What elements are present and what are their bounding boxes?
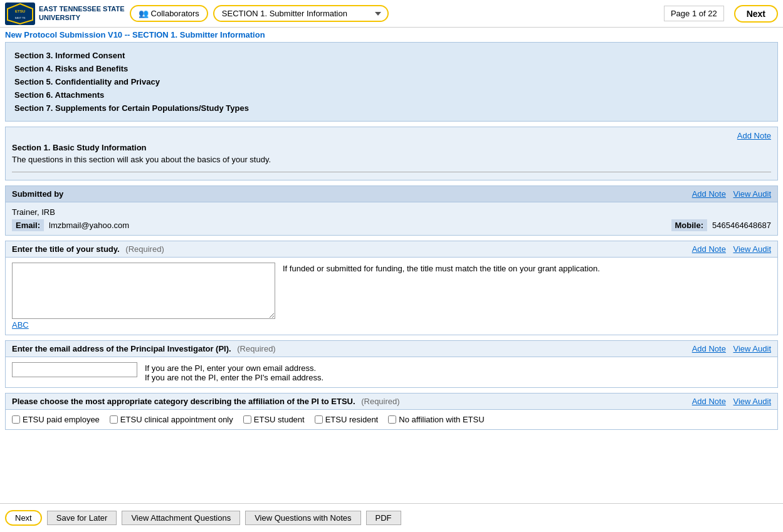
next-button-top[interactable]: Next [734, 5, 778, 23]
affiliation-label-student: ETSU student [254, 415, 305, 424]
pi-hint2: If you are not the PI, enter the PI's em… [145, 373, 771, 382]
section1-add-note[interactable]: Add Note [737, 131, 771, 140]
toc-item: Section 7. Supplements for Certain Popul… [14, 102, 769, 115]
affiliation-required: (Required) [361, 397, 399, 406]
pi-email-hints: If you are the PI, enter your own email … [145, 362, 771, 382]
affiliation-checkbox-resident[interactable] [315, 415, 323, 424]
affiliation-label-clinical: ETSU clinical appointment only [120, 415, 233, 424]
section1-panel: Add Note Section 1. Basic Study Informat… [5, 127, 778, 180]
affiliation-label-resident: ETSU resident [325, 415, 379, 424]
mobile-value: 5465464648687 [712, 221, 771, 230]
affiliation-option-clinical[interactable]: ETSU clinical appointment only [110, 415, 233, 424]
email-label: Email: [12, 219, 44, 231]
toc-item: Section 4. Risks and Benefits [14, 62, 769, 75]
affiliation-view-audit[interactable]: View Audit [733, 397, 771, 406]
email-value: lmzbmail@yahoo.com [49, 221, 129, 230]
submitted-header: Submitted by Add Note View Audit [6, 186, 777, 202]
affiliation-option-paid[interactable]: ETSU paid employee [12, 415, 100, 424]
study-title-body: ABC If funded or submitted for funding, … [6, 258, 777, 335]
affiliation-checkbox-paid[interactable] [12, 415, 20, 424]
collaborators-button[interactable]: 👥 Collaborators [130, 5, 208, 22]
page-indicator: Page 1 of 22 [664, 6, 724, 21]
affiliation-label-none: No affiliation with ETSU [399, 415, 484, 424]
affiliation-option-none[interactable]: No affiliation with ETSU [388, 415, 484, 424]
affiliation-checkbox-student[interactable] [243, 415, 251, 424]
affiliation-checkbox-none[interactable] [388, 415, 396, 424]
submitted-body: Trainer, IRB Email: lmzbmail@yahoo.com M… [6, 202, 777, 235]
affiliation-header: Please choose the most appropriate categ… [6, 394, 777, 410]
trainer-name: Trainer, IRB [12, 206, 771, 219]
affiliation-checkbox-clinical[interactable] [110, 415, 118, 424]
pi-email-header: Enter the email address of the Principal… [6, 341, 777, 357]
submitted-fields-row: Email: lmzbmail@yahoo.com Mobile: 546546… [12, 219, 771, 231]
section1-header: Add Note [6, 127, 777, 143]
spell-check-icon[interactable]: ABC [12, 320, 29, 330]
section1-title: Section 1. Basic Study Information [12, 143, 771, 152]
submitted-panel: Submitted by Add Note View Audit Trainer… [5, 185, 778, 236]
submitted-label: Submitted by [12, 189, 63, 199]
toc-item: Section 5. Confidentiality and Privacy [14, 75, 769, 88]
section1-description: The questions in this section will ask y… [12, 155, 771, 164]
svg-text:EAST TN: EAST TN [15, 16, 26, 19]
pi-email-add-note[interactable]: Add Note [692, 344, 726, 353]
header: ETSU EAST TN EAST TENNESSEE STATEUNIVERS… [0, 0, 783, 28]
mobile-label: Mobile: [671, 219, 708, 231]
section-dropdown[interactable]: SECTION 1. Submitter Information [213, 5, 389, 22]
study-title-hint: If funded or submitted for funding, the … [283, 263, 771, 330]
main-content: Section 3. Informed Consent Section 4. R… [0, 42, 783, 503]
pi-email-panel: Enter the email address of the Principal… [5, 340, 778, 388]
submitted-add-note[interactable]: Add Note [692, 189, 726, 199]
submitted-view-audit[interactable]: View Audit [733, 189, 771, 199]
study-title-header: Enter the title of your study. (Required… [6, 241, 777, 258]
study-title-add-note[interactable]: Add Note [692, 244, 726, 254]
affiliation-panel: Please choose the most appropriate categ… [5, 393, 778, 430]
study-title-panel: Enter the title of your study. (Required… [5, 241, 778, 335]
svg-text:ETSU: ETSU [15, 9, 25, 13]
toc-panel: Section 3. Informed Consent Section 4. R… [5, 42, 778, 122]
study-title-view-audit[interactable]: View Audit [733, 244, 771, 254]
breadcrumb-text: New Protocol Submission V10 -- SECTION 1… [5, 30, 265, 39]
pi-hint1: If you are the PI, enter your own email … [145, 363, 771, 373]
collaborators-label: Collaborators [151, 9, 199, 18]
pi-email-view-audit[interactable]: View Audit [733, 344, 771, 353]
pi-email-input[interactable] [12, 362, 137, 377]
toc-item: Section 3. Informed Consent [14, 49, 769, 62]
study-title-label: Enter the title of your study. [12, 244, 120, 254]
etsu-logo-icon: ETSU EAST TN [5, 3, 35, 25]
affiliation-body: ETSU paid employee ETSU clinical appoint… [6, 410, 777, 429]
breadcrumb: New Protocol Submission V10 -- SECTION 1… [0, 28, 783, 42]
svg-marker-1 [8, 4, 33, 24]
affiliation-title: Please choose the most appropriate categ… [12, 397, 355, 406]
affiliation-option-student[interactable]: ETSU student [243, 415, 305, 424]
toc-item: Section 6. Attachments [14, 88, 769, 102]
collaborators-icon: 👥 [139, 9, 149, 18]
pi-email-required: (Required) [237, 344, 275, 353]
pi-email-body: If you are the PI, enter your own email … [6, 357, 777, 387]
logo-area: ETSU EAST TN EAST TENNESSEE STATEUNIVERS… [5, 3, 125, 25]
study-title-required: (Required) [125, 244, 164, 254]
study-title-input[interactable] [12, 263, 275, 319]
university-name: EAST TENNESSEE STATEUNIVERSITY [39, 5, 125, 21]
affiliation-option-resident[interactable]: ETSU resident [315, 415, 379, 424]
pi-email-label: Enter the email address of the Principal… [12, 344, 231, 353]
affiliation-label-paid: ETSU paid employee [23, 415, 100, 424]
affiliation-add-note[interactable]: Add Note [692, 397, 726, 406]
section1-body: Section 1. Basic Study Information The q… [6, 143, 777, 180]
